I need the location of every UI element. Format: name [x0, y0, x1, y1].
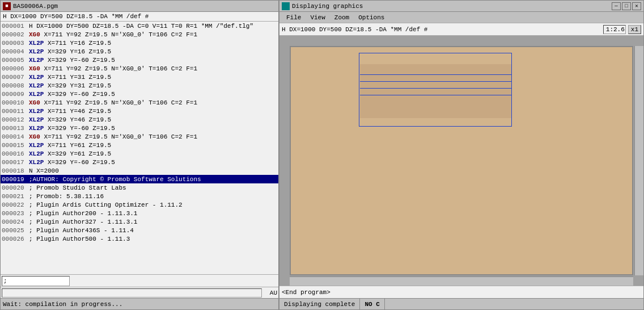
line-text: ;AUTHOR: Copyright © Promob Software Sol…	[29, 176, 278, 183]
list-item[interactable]: 000013XL2P X=329 Y=-60 Z=19.5	[1, 124, 278, 132]
list-item[interactable]: 000018N X=2000	[1, 166, 278, 175]
line-text: ; Promob: 5.38.11.16	[29, 193, 278, 200]
right-menubar: File View Zoom Options	[279, 12, 643, 23]
line-number: 000023	[1, 210, 29, 217]
line-number: 000025	[1, 227, 29, 234]
line-text: XL2P X=711 Y=46 Z=19.5	[29, 108, 278, 115]
line-text: XL2P X=329 Y=-60 Z=19.5	[29, 125, 278, 132]
left-header: H DX=1000 DY=500 DZ=18.5 -DA *MM /def #	[1, 12, 278, 22]
list-item[interactable]: 000014XG0 X=711 Y=92 Z=19.5 N='XG0_0' T=…	[1, 132, 278, 141]
vertical-scrollbar[interactable]	[634, 46, 643, 275]
list-item[interactable]: 000011XL2P X=711 Y=46 Z=19.5	[1, 107, 278, 115]
x1-button[interactable]: x1	[628, 25, 641, 34]
list-item[interactable]: 000004XL2P X=329 Y=16 Z=19.5	[1, 47, 278, 56]
line-text: ; Plugin Author327 - 1.11.3.1	[29, 219, 278, 225]
minimize-button[interactable]: ─	[612, 2, 621, 10]
list-item[interactable]: 000002XG0 X=711 Y=92 Z=19.5 N='XG0_0' T=…	[1, 30, 278, 39]
list-item[interactable]: 000003XL2P X=711 Y=16 Z=19.5	[1, 39, 278, 47]
menu-file[interactable]: File	[282, 13, 306, 22]
line-number: 000021	[1, 193, 29, 200]
line-text: XL2P X=329 Y=46 Z=19.5	[29, 116, 278, 123]
horizontal-scrollbar[interactable]	[290, 277, 633, 286]
list-item[interactable]: 000007XL2P X=711 Y=31 Z=19.5	[1, 73, 278, 81]
line-text: XG0 X=711 Y=92 Z=19.5 N='XG0_0' T=106 C=…	[29, 31, 278, 38]
line-number: 000016	[1, 150, 29, 157]
list-item[interactable]: 000024; Plugin Author327 - 1.11.3.1	[1, 217, 278, 226]
line-number: 000008	[1, 82, 29, 89]
command-input[interactable]	[2, 276, 70, 286]
line-number: 000014	[1, 133, 29, 140]
bottom-text-bar: <End program>	[279, 286, 643, 298]
line-text: ; Plugin Ardis Cutting Optimizer - 1.11.…	[29, 202, 278, 208]
line-number: 000018	[1, 167, 29, 174]
line-number: 000004	[1, 48, 29, 55]
progress-bar	[2, 288, 262, 298]
list-item[interactable]: 000009XL2P X=329 Y=-60 Z=19.5	[1, 90, 278, 98]
list-item[interactable]: 000015XL2P X=711 Y=61 Z=19.5	[1, 141, 278, 149]
close-button[interactable]: ✕	[632, 2, 641, 10]
list-item[interactable]: 000021; Promob: 5.38.11.16	[1, 192, 278, 200]
canvas-viewport	[290, 46, 633, 275]
line-text: XL2P X=711 Y=61 Z=19.5	[29, 142, 278, 149]
line-text: XL2P X=329 Y=61 Z=19.5	[29, 150, 278, 157]
list-item[interactable]: 000001H DX=1000 DY=500 DZ=18.5 -DA C=0 V…	[1, 22, 278, 30]
list-item[interactable]: 000020; Promob Studio Start Labs	[1, 183, 278, 192]
list-item[interactable]: 000026; Plugin Author500 - 1.11.3	[1, 234, 278, 243]
line-text: XG0 X=711 Y=92 Z=19.5 N='XG0_0' T=106 C=…	[29, 99, 278, 106]
inner-fill-rect	[360, 64, 511, 118]
list-item[interactable]: 000012XL2P X=329 Y=46 Z=19.5	[1, 115, 278, 124]
status-bar-left: Wait: compilation in progress...	[1, 298, 278, 309]
bottom-text: <End program>	[282, 289, 331, 296]
menu-zoom[interactable]: Zoom	[330, 13, 354, 22]
line-number: 000024	[1, 219, 29, 225]
list-item[interactable]: 000019;AUTHOR: Copyright © Promob Softwa…	[1, 175, 278, 183]
left-title-bar: ■ BAS0006A.pgm	[1, 1, 278, 12]
list-item[interactable]: 000006XG0 X=711 Y=92 Z=19.5 N='XG0_0' T=…	[1, 64, 278, 73]
list-item[interactable]: 000023; Plugin Author200 - 1.11.3.1	[1, 209, 278, 217]
line-number: 000003	[1, 40, 29, 47]
list-item[interactable]: 000016XL2P X=329 Y=61 Z=19.5	[1, 149, 278, 158]
line-number: 000001	[1, 23, 29, 30]
line-text: XL2P X=329 Y=16 Z=19.5	[29, 48, 278, 55]
line-text: XL2P X=711 Y=31 Z=19.5	[29, 74, 278, 81]
line-text: XL2P X=711 Y=16 Z=19.5	[29, 40, 278, 47]
line-text: H DX=1000 DY=500 DZ=18.5 -DA C=0 V=11 T=…	[29, 23, 278, 30]
line-text: ; Plugin Author200 - 1.11.3.1	[29, 210, 278, 217]
line-number: 000015	[1, 142, 29, 149]
menu-view[interactable]: View	[306, 13, 329, 22]
line-number: 000009	[1, 91, 29, 98]
line-text: ; Promob Studio Start Labs	[29, 185, 278, 191]
line-number: 000013	[1, 125, 29, 132]
right-header-text: H DX=1000 DY=500 DZ=18.5 -DA *MM /def #	[282, 26, 601, 33]
line-number: 000002	[1, 31, 29, 38]
list-item[interactable]: 000005XL2P X=329 Y=-60 Z=19.5	[1, 56, 278, 64]
list-item[interactable]: 000022; Plugin Ardis Cutting Optimizer -…	[1, 200, 278, 209]
list-item[interactable]: 000010XG0 X=711 Y=92 Z=19.5 N='XG0_0' T=…	[1, 98, 278, 107]
canvas-area[interactable]	[279, 36, 643, 286]
line-number: 000026	[1, 236, 29, 242]
zoom-display: 1:2.6	[603, 25, 626, 34]
au-label: AU	[263, 290, 277, 296]
hline-2	[360, 81, 511, 82]
progress-bar-area: AU	[1, 287, 278, 298]
hline-3	[360, 88, 511, 89]
line-text: ; Plugin Author500 - 1.11.3	[29, 236, 278, 242]
left-title-text: BAS0006A.pgm	[13, 3, 58, 10]
right-title-bar: Displaying graphics ─ □ ✕	[279, 1, 643, 12]
line-number: 000010	[1, 99, 29, 106]
line-number: 000011	[1, 108, 29, 115]
window-controls: ─ □ ✕	[612, 2, 641, 10]
list-item[interactable]: 000017XL2P X=329 Y=-60 Z=19.5	[1, 158, 278, 166]
line-text: XL2P X=329 Y=-60 Z=19.5	[29, 159, 278, 166]
menu-options[interactable]: Options	[354, 13, 389, 22]
input-bar	[1, 274, 278, 287]
list-item[interactable]: 000008XL2P X=329 Y=31 Z=19.5	[1, 81, 278, 90]
line-number: 000020	[1, 185, 29, 191]
right-title-icon	[282, 2, 290, 10]
right-status-bar: Displaying complete NO C	[279, 298, 643, 309]
maximize-button[interactable]: □	[622, 2, 631, 10]
line-text: XL2P X=329 Y=31 Z=19.5	[29, 82, 278, 89]
list-item[interactable]: 000025; Plugin Author436S - 1.11.4	[1, 226, 278, 234]
right-header-bar: H DX=1000 DY=500 DZ=18.5 -DA *MM /def # …	[279, 23, 643, 36]
code-list[interactable]: 000001H DX=1000 DY=500 DZ=18.5 -DA C=0 V…	[1, 22, 278, 274]
